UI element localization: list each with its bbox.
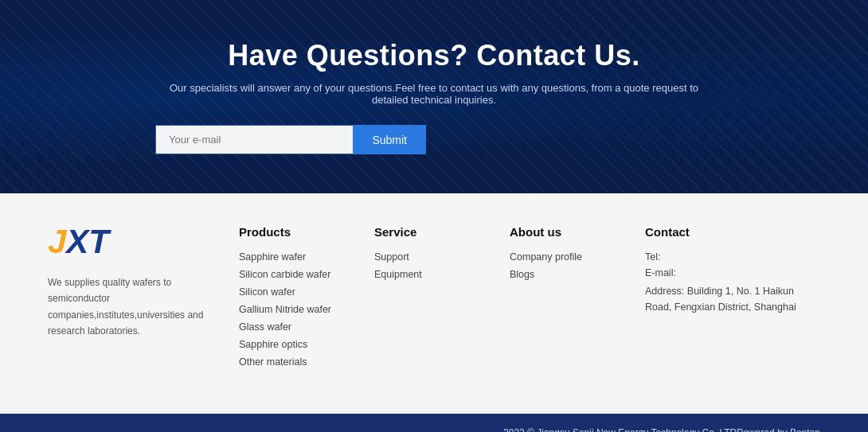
footer-about-column: About us Company profile Blogs [510,225,621,374]
product-gallium-nitride-wafer[interactable]: Gallium Nitride wafer [239,304,350,315]
product-other-materials[interactable]: Other materials [239,356,350,368]
product-silicon-carbide-wafer[interactable]: Silicon carbide wafer [239,269,350,280]
products-title: Products [239,225,350,239]
hero-content: Have Questions? Contact Us. Our speciali… [155,39,713,154]
logo: J XT [48,225,207,259]
about-title: About us [510,225,621,239]
product-sapphire-wafer[interactable]: Sapphire wafer [239,251,350,263]
footer-contact-column: Contact Tel: E-mail: Address: Building 1… [645,225,820,374]
service-title: Service [374,225,486,239]
service-support[interactable]: Support [374,251,486,263]
product-silicon-wafer[interactable]: Silicon wafer [239,286,350,298]
footer-products-column: Products Sapphire wafer Silicon carbide … [239,225,350,374]
product-glass-wafer[interactable]: Glass wafer [239,321,350,333]
contact-address: Address: Building 1, No. 1 Haikun Road, … [645,283,820,315]
email-input[interactable] [155,125,353,154]
contact-email-label: E-mail: [645,267,820,278]
logo-xt: XT [66,225,109,259]
contact-address-label: Address: [645,286,684,297]
logo-j: J [48,225,66,259]
footer-bottom: 2022 © Jiangsu Senji New Energy Technolo… [0,414,868,432]
hero-subtitle: Our specialists will answer any of your … [155,82,713,106]
footer-copyright: 2022 © Jiangsu Senji New Energy Technolo… [503,427,820,432]
footer-columns: Products Sapphire wafer Silicon carbide … [239,225,820,374]
hero-section: Have Questions? Contact Us. Our speciali… [0,0,868,193]
footer-logo-column: J XT We supplies quality wafers to semic… [48,225,207,374]
footer-service-column: Service Support Equipment [374,225,486,374]
hero-title: Have Questions? Contact Us. [155,39,713,72]
service-equipment[interactable]: Equipment [374,269,486,280]
footer-main: J XT We supplies quality wafers to semic… [0,193,868,414]
contact-tel-label: Tel: [645,251,820,263]
about-company-profile[interactable]: Company profile [510,251,621,263]
submit-button[interactable]: Submit [353,125,426,154]
product-sapphire-optics[interactable]: Sapphire optics [239,339,350,350]
contact-form: Submit [155,125,426,154]
about-blogs[interactable]: Blogs [510,269,621,280]
footer-description: We supplies quality wafers to semiconduc… [48,274,207,340]
contact-title: Contact [645,225,820,239]
